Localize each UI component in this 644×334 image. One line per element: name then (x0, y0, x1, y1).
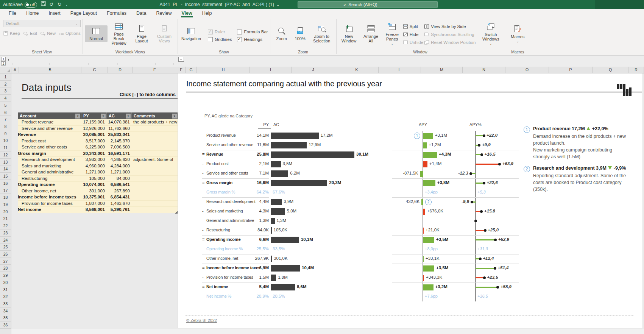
column-header-I[interactable]: I (250, 67, 292, 73)
ac-cell[interactable]: 25,833,041 (107, 132, 132, 138)
table-row-product-cost[interactable]: Product cost3,517,0002,145,370 (18, 138, 178, 145)
row-header-24[interactable]: 24 (0, 237, 11, 244)
menu-tab-file[interactable]: File (4, 9, 21, 17)
arrange-all-button[interactable]: Arrange All (360, 23, 382, 44)
navigation-button[interactable]: Navigation (180, 25, 203, 42)
account-cell[interactable]: Revenue (18, 132, 81, 138)
account-cell[interactable]: Net income (18, 207, 81, 213)
column-header-H[interactable]: H (197, 67, 250, 73)
table-row-other-income-net[interactable]: Other income, net301,000267,890 (18, 188, 178, 195)
comment-cell[interactable] (132, 151, 178, 157)
py-cell[interactable]: 10,074,001 (81, 182, 107, 188)
py-cell[interactable]: 30,085,001 (81, 132, 107, 138)
row-header-2[interactable]: 2 (0, 81, 11, 88)
comment-cell[interactable] (132, 126, 178, 132)
py-cell[interactable]: 20,343,001 (81, 151, 107, 157)
account-cell[interactable]: Operating income (18, 182, 81, 188)
column-header-L[interactable]: L (379, 67, 421, 73)
row-header-9[interactable]: 9 (0, 130, 11, 137)
row-header-4[interactable]: 4 (0, 95, 11, 102)
column-header-C[interactable]: C (81, 67, 108, 73)
redo-icon[interactable]: ↻ (57, 0, 61, 9)
zoom-100-button[interactable]: 100100% (291, 25, 309, 42)
table-row-service-and-other-costs[interactable]: Service and other costs6,225,0007,096,50… (18, 144, 178, 151)
quick-access-customize-icon[interactable]: ⌄ (65, 0, 68, 9)
py-cell[interactable]: 6,225,000 (81, 144, 107, 150)
menu-tab-view[interactable]: View (176, 9, 197, 17)
row-header-11[interactable]: 11 (0, 144, 11, 151)
table-row-general-and-administrative[interactable]: General and administrative1,271,0001,271… (18, 169, 178, 176)
row-header-33[interactable]: 33 (0, 300, 11, 307)
row-header-5[interactable]: 5 (0, 102, 11, 109)
account-cell[interactable]: Sales and marketing (18, 163, 81, 169)
outline-level-1-button[interactable]: 1 (1, 57, 6, 61)
comment-cell[interactable] (132, 188, 178, 194)
row-header-10[interactable]: 10 (0, 137, 11, 144)
sheet-canvas[interactable]: Data inputs Click [–] to hide columns ↗ … (11, 73, 644, 329)
checkbox-icon[interactable] (208, 37, 213, 42)
account-cell[interactable]: Other income, net (18, 188, 81, 194)
row-header-25[interactable]: 25 (0, 243, 11, 251)
table-row-income-before-income-taxes[interactable]: Income before income taxes10,375,0016,85… (18, 194, 178, 201)
chart-footer-link[interactable]: © Zebra BI 2022 (186, 318, 217, 323)
table-row-revenue[interactable]: Revenue30,085,00125,833,041 (18, 132, 178, 138)
collapse-columns-button[interactable]: − (178, 57, 184, 62)
account-cell[interactable]: Provision for income taxes (18, 201, 81, 207)
column-header-M[interactable]: M (421, 67, 463, 73)
account-cell[interactable]: Service and other costs (18, 144, 81, 150)
row-header-23[interactable]: 23 (0, 229, 11, 237)
row-header-20[interactable]: 20 (0, 208, 11, 215)
row-header-18[interactable]: 18 (0, 194, 11, 201)
row-header-21[interactable]: 21 (0, 215, 11, 222)
formula-bar-checkbox[interactable]: Formula Bar (237, 28, 268, 36)
row-header-34[interactable]: 34 (0, 307, 11, 315)
row-header-16[interactable]: 16 (0, 180, 11, 187)
page-layout-view-button[interactable]: Page Layout (130, 23, 153, 44)
row-header-13[interactable]: 13 (0, 159, 11, 166)
row-header-12[interactable]: 12 (0, 151, 11, 159)
row-header-26[interactable]: 26 (0, 251, 11, 258)
headings-checkbox[interactable]: Headings (237, 36, 268, 43)
ac-cell[interactable]: 267,890 (107, 188, 132, 194)
split-button[interactable]: Split (403, 23, 423, 30)
py-cell[interactable]: 1,271,000 (81, 169, 107, 175)
comment-cell[interactable] (132, 138, 178, 144)
account-cell[interactable]: General and administrative (18, 169, 81, 175)
ac-cell[interactable]: 6,586,541 (107, 182, 132, 188)
filter-dropdown-icon[interactable]: ▼ (101, 114, 106, 119)
row-header-7[interactable]: 7 (0, 116, 11, 123)
column-header-G[interactable]: G (186, 67, 197, 73)
row-header-31[interactable]: 31 (0, 286, 11, 293)
gridlines-checkbox[interactable]: Gridlines (208, 36, 232, 43)
py-cell[interactable]: 3,933,000 (81, 157, 107, 163)
undo-icon[interactable]: ↺ (50, 0, 54, 9)
py-cell[interactable]: 12,926,000 (81, 126, 107, 132)
account-cell[interactable]: Research and development (18, 157, 81, 163)
document-title[interactable]: A041_PL_-_Income_statement_(PY-AC_and_AC… (151, 0, 288, 9)
account-cell[interactable]: Service and other revenue (18, 126, 81, 132)
ac-cell[interactable]: 4,365,630 (107, 157, 132, 163)
row-header-8[interactable]: 8 (0, 123, 11, 130)
page-break-preview-button[interactable]: Page Break Preview (108, 21, 130, 47)
new-window-button[interactable]: New Window (338, 23, 360, 44)
menu-tab-page-layout[interactable]: Page Layout (65, 9, 102, 17)
column-header-P[interactable]: P (549, 67, 593, 73)
checkbox-icon[interactable] (237, 37, 242, 42)
ac-cell[interactable]: 1,463,670 (107, 201, 132, 207)
data-inputs-table[interactable]: Account▼PY▼AC▼Comments▼ Product revenue1… (18, 112, 178, 213)
comment-cell[interactable] (132, 176, 178, 182)
autosave-toggle[interactable]: AutoSave Off (3, 2, 37, 8)
row-header-30[interactable]: 30 (0, 279, 11, 286)
table-row-service-and-other-revenue[interactable]: Service and other revenue12,926,00011,76… (18, 126, 178, 132)
py-cell[interactable]: 1,807,000 (81, 201, 107, 207)
horizontal-scrollbar-area[interactable] (0, 329, 644, 334)
comment-cell[interactable]: adjustment. Some of (132, 157, 178, 163)
py-cell[interactable]: 17,159,001 (81, 119, 107, 125)
menu-tab-help[interactable]: Help (197, 9, 217, 17)
table-row-net-income[interactable]: Net income8,568,0015,390,761 (18, 207, 178, 213)
ac-cell[interactable]: 16,591,171 (107, 151, 132, 157)
account-cell[interactable]: Product cost (18, 138, 81, 144)
column-header-B[interactable]: B (19, 67, 81, 73)
ac-cell[interactable]: 11,762,660 (107, 126, 132, 132)
zoom-to-selection-button[interactable]: Zoom to Selection (309, 23, 334, 44)
